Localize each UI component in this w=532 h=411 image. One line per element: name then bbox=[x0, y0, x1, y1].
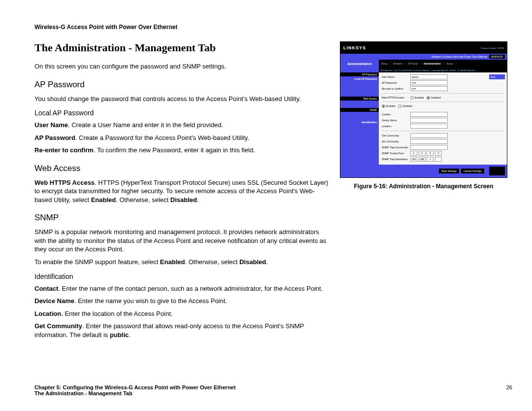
input-set-community[interactable] bbox=[410, 139, 448, 144]
subnav-reboot[interactable]: Reboot bbox=[450, 69, 456, 71]
screenshot-admin-management: LINKSYS Firmware Version: 1.00.00 Wirele… bbox=[340, 41, 507, 178]
model-badge: WAP54GP bbox=[489, 55, 505, 59]
label-trap-destination: SNMP Trap-Destination: bbox=[382, 158, 410, 161]
label-https: Web HTTPS Access: bbox=[382, 96, 410, 99]
input-trapdest-ip-2[interactable]: 1 bbox=[427, 157, 433, 162]
snmp-intro: SNMP is a popular network monitoring and… bbox=[34, 228, 330, 254]
cisco-logo bbox=[489, 167, 505, 175]
firmware-version: Firmware Version: 1.00.00 bbox=[481, 47, 504, 49]
p-web-https: Web HTTPS Access. HTTPS (HyperText Trans… bbox=[34, 178, 330, 205]
subnav-language-upgrade[interactable]: Language Upgrade bbox=[431, 69, 448, 71]
input-trap-community[interactable] bbox=[410, 145, 448, 150]
figure-caption: Figure 5-16: Administration - Management… bbox=[340, 183, 507, 190]
label-trusted-host: SNMP Trusted Host: bbox=[382, 152, 410, 155]
label-snmp-enabled: Enabled bbox=[386, 104, 395, 107]
intro-text: On this screen you can configure the pas… bbox=[34, 62, 330, 71]
input-reenter[interactable]: ••••• bbox=[410, 86, 448, 91]
tab-wireless[interactable]: Wireless bbox=[391, 62, 405, 65]
subnav-management[interactable]: Management bbox=[381, 69, 392, 71]
input-trusted-ip-3[interactable]: 0 bbox=[435, 151, 442, 156]
product-title: Wireless-G Access Point with Power Over … bbox=[432, 55, 487, 58]
label-get-community: Get Community: bbox=[382, 134, 410, 137]
section-ap-password: AP Password bbox=[34, 80, 330, 90]
radio-https-enabled[interactable] bbox=[410, 96, 414, 100]
side-sub-identification: Identification bbox=[340, 120, 379, 124]
p-contact: Contact. Enter the name of the contact p… bbox=[34, 284, 330, 293]
side-header-ap-password: AP Password bbox=[340, 72, 379, 76]
section-snmp: SNMP bbox=[34, 213, 330, 223]
p-user-name: User Name. Create a User Name and enter … bbox=[34, 121, 330, 130]
main-text-column: The Administration - Management Tab On t… bbox=[34, 41, 330, 343]
subnav-factory-default[interactable]: Factory Default bbox=[399, 69, 412, 71]
nav-section-title: Administration bbox=[340, 60, 379, 68]
page-footer: Chapter 5: Configuring the Wireless-G Ac… bbox=[34, 384, 512, 396]
input-location[interactable] bbox=[410, 124, 448, 129]
label-enabled: Enabled bbox=[415, 96, 424, 99]
input-get-community[interactable] bbox=[410, 133, 448, 138]
input-trapdest-ip-1[interactable]: 168 bbox=[419, 157, 426, 162]
label-disabled: Disabled bbox=[431, 96, 440, 99]
radio-https-disabled[interactable] bbox=[427, 96, 430, 100]
footer-subtitle: The Administration - Management Tab bbox=[34, 390, 235, 396]
subsection-local-ap-password: Local AP Password bbox=[34, 109, 330, 117]
subnav-log[interactable]: Log bbox=[394, 69, 397, 71]
input-trapdest-ip-3[interactable] bbox=[435, 157, 442, 162]
section-web-access: Web Access bbox=[34, 164, 330, 173]
subsection-identification: Identification bbox=[34, 273, 330, 280]
input-trapdest-ip-0[interactable]: 192 bbox=[410, 157, 417, 162]
p-location: Location. Enter the location of the Acce… bbox=[34, 309, 330, 318]
p-get-community: Get Community. Enter the password that a… bbox=[34, 322, 330, 339]
input-trusted-ip-1[interactable]: 0 bbox=[419, 151, 426, 156]
help-link[interactable]: Help... bbox=[489, 74, 505, 79]
page-number: 26 bbox=[506, 384, 512, 390]
p-device-name: Device Name. Enter the name you wish to … bbox=[34, 297, 330, 306]
side-header-snmp: SNMP bbox=[340, 108, 379, 112]
radio-snmp-enabled[interactable] bbox=[382, 104, 385, 108]
snmp-enable: To enable the SNMP support feature, sele… bbox=[34, 258, 330, 267]
subnav-config-management[interactable]: Config Management bbox=[457, 69, 475, 71]
label-location: Location: bbox=[382, 125, 410, 128]
tab-setup[interactable]: Setup bbox=[379, 62, 391, 65]
side-sub-local-ap-password: Local AP Password bbox=[340, 77, 379, 81]
label-set-community: Set Community: bbox=[382, 140, 410, 143]
input-trusted-ip-2[interactable]: 0 bbox=[427, 151, 433, 156]
label-trap-community: SNMP Trap-Community: bbox=[382, 146, 410, 149]
ap-password-intro: You should change the password that cont… bbox=[34, 95, 330, 103]
radio-snmp-disabled[interactable] bbox=[398, 104, 401, 108]
cancel-changes-button[interactable]: Cancel Changes bbox=[461, 169, 484, 173]
input-device[interactable] bbox=[410, 118, 448, 123]
label-device: Device Name: bbox=[382, 119, 410, 122]
tab-ap-mode[interactable]: AP Mode bbox=[405, 62, 421, 65]
save-settings-button[interactable]: Save Settings bbox=[439, 169, 459, 173]
tab-status[interactable]: Status bbox=[444, 62, 456, 65]
label-snmp-disabled: Disabled bbox=[402, 104, 412, 107]
side-header-web-access: Web Access bbox=[340, 97, 379, 101]
subnav-firmware-upgrade[interactable]: Firmware Upgrade bbox=[413, 69, 430, 71]
figure-column: LINKSYS Firmware Version: 1.00.00 Wirele… bbox=[340, 41, 507, 343]
tab-administration[interactable]: Administration bbox=[421, 62, 444, 65]
footer-chapter: Chapter 5: Configuring the Wireless-G Ac… bbox=[34, 384, 235, 390]
input-trusted-ip-0[interactable]: 0 bbox=[410, 151, 417, 156]
label-reenter: Re-enter to confirm: bbox=[382, 87, 410, 90]
p-reenter: Re-enter to confirm. To confirm the new … bbox=[34, 146, 330, 155]
page-title: The Administration - Management Tab bbox=[34, 41, 330, 54]
label-ap-password: AP Password: bbox=[382, 81, 410, 84]
brand-logo: LINKSYS bbox=[343, 45, 366, 50]
label-contact: Contact: bbox=[382, 113, 410, 116]
label-user-name: User Name: bbox=[382, 75, 410, 78]
input-contact[interactable] bbox=[410, 112, 448, 117]
p-ap-password: AP Password. Create a Password for the A… bbox=[34, 134, 330, 142]
input-user-name[interactable]: admin bbox=[410, 74, 448, 79]
doc-header: Wireless-G Access Point with Power Over … bbox=[34, 24, 512, 31]
input-ap-password[interactable]: ••••• bbox=[410, 80, 448, 85]
